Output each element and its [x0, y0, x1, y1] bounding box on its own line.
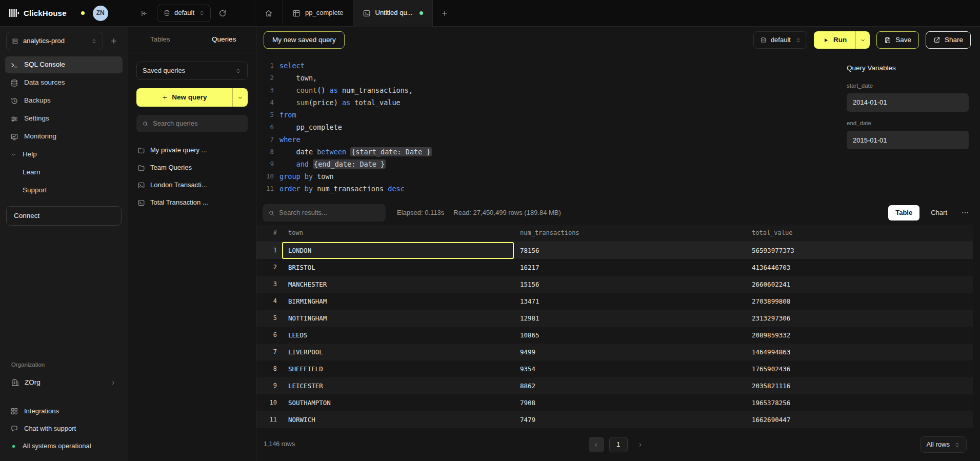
table-row[interactable]: 7LIVERPOOL94991464994863 [256, 344, 973, 360]
connect-button[interactable]: Connect [6, 206, 122, 226]
topbar-database-value: default [174, 8, 194, 17]
sidebar-item-help[interactable]: Help [5, 146, 123, 163]
new-query-button[interactable]: New query [136, 88, 232, 107]
sql-editor[interactable]: 1select2 town,3 count() as num_transacti… [256, 53, 843, 201]
cell-num-transactions[interactable]: 16217 [514, 259, 746, 276]
sidebar-item-support[interactable]: Support [5, 182, 123, 199]
tab-tables[interactable]: Tables [128, 27, 192, 53]
saved-query-item-total-transaction[interactable]: Total Transaction ... [128, 194, 256, 211]
cell-town[interactable]: BRISTOL [282, 259, 514, 276]
prev-page-button[interactable] [589, 437, 604, 452]
cell-num-transactions[interactable]: 8862 [514, 377, 746, 394]
next-page-button[interactable] [633, 437, 648, 452]
sidebar-item-zorg[interactable]: ZOrg [6, 374, 122, 391]
cell-town[interactable]: LEICESTER [282, 377, 514, 394]
sidebar-item-all-systems-operational[interactable]: All systems operational [5, 438, 123, 454]
share-button[interactable]: Share [926, 31, 971, 49]
sidebar-item-integrations[interactable]: Integrations [5, 404, 123, 419]
add-service-button[interactable] [106, 33, 122, 49]
run-button[interactable]: Run [814, 31, 855, 49]
cell-town[interactable]: BIRMINGHAM [282, 293, 514, 310]
search-queries-input[interactable] [153, 119, 242, 128]
cell-total-value[interactable]: 1765902436 [746, 360, 973, 377]
refresh-button[interactable] [215, 6, 230, 21]
table-row[interactable]: 3MANCHESTER151562660602241 [256, 276, 973, 293]
view-chart-button[interactable]: Chart [924, 205, 954, 221]
cell-total-value[interactable]: 2313297306 [746, 310, 973, 327]
editor-database-value: default [771, 35, 791, 45]
cell-town[interactable]: LEEDS [282, 327, 514, 344]
table-row[interactable]: 4BIRMINGHAM134712703899808 [256, 293, 973, 310]
cell-total-value[interactable]: 1464994863 [746, 344, 973, 360]
table-row[interactable]: 11NORWICH74791662690447 [256, 411, 973, 428]
end-date-input[interactable] [847, 131, 969, 149]
code-text: and {end_date: Date } [279, 158, 386, 170]
cell-town[interactable]: NOTTINGHAM [282, 310, 514, 327]
saved-query-item-my-private-query[interactable]: My private query ... [128, 142, 256, 159]
view-table-button[interactable]: Table [888, 205, 919, 221]
new-query-dropdown-button[interactable] [232, 88, 248, 107]
cell-total-value[interactable]: 56593977373 [746, 242, 973, 259]
cell-town[interactable]: SHEFFIELD [282, 360, 514, 377]
sidebar-item-learn[interactable]: Learn [5, 164, 123, 181]
page-size-select[interactable]: All rows [920, 436, 967, 453]
cell-town[interactable]: LONDON [282, 242, 514, 259]
home-tab[interactable] [254, 0, 283, 27]
save-button[interactable]: Save [876, 31, 919, 49]
start-date-input[interactable] [847, 93, 969, 112]
cell-town[interactable]: SOUTHAMPTON [282, 394, 514, 411]
cell-town[interactable]: NORWICH [282, 411, 514, 428]
column-header-num-transactions: num_transactions [514, 225, 746, 242]
cell-total-value[interactable]: 2089859332 [746, 327, 973, 344]
table-row[interactable]: 9LEICESTER88622035821116 [256, 377, 973, 394]
table-row[interactable]: 5NOTTINGHAM129812313297306 [256, 310, 973, 327]
cell-num-transactions[interactable]: 10865 [514, 327, 746, 344]
cell-total-value[interactable]: 4136446703 [746, 259, 973, 276]
more-options-button[interactable] [958, 206, 972, 219]
cell-num-transactions[interactable]: 12981 [514, 310, 746, 327]
search-results-input[interactable] [279, 208, 380, 217]
topbar-database-selector[interactable]: default [157, 5, 211, 22]
saved-queries-select[interactable]: Saved queries [136, 62, 248, 80]
run-dropdown-button[interactable] [855, 31, 870, 49]
cell-total-value[interactable]: 1965378256 [746, 394, 973, 411]
cell-num-transactions[interactable]: 7908 [514, 394, 746, 411]
sidebar-item-backups[interactable]: Backups [5, 92, 123, 109]
table-row[interactable]: 6LEEDS108652089859332 [256, 327, 973, 344]
saved-query-item-london-transacti[interactable]: London Transacti... [128, 176, 256, 194]
cell-num-transactions[interactable]: 15156 [514, 276, 746, 293]
new-tab-button[interactable] [437, 6, 452, 21]
cell-total-value[interactable]: 1662690447 [746, 411, 973, 428]
sidebar-item-settings[interactable]: Settings [5, 110, 123, 127]
cell-num-transactions[interactable]: 9499 [514, 344, 746, 360]
cell-num-transactions[interactable]: 13471 [514, 293, 746, 310]
cell-num-transactions[interactable]: 9354 [514, 360, 746, 377]
table-row[interactable]: 10SOUTHAMPTON79081965378256 [256, 394, 973, 411]
editor-line: 10group by town [256, 170, 843, 183]
tab-untitled-query[interactable]: Untitled qu... [353, 0, 433, 27]
table-row[interactable]: 8SHEFFIELD93541765902436 [256, 360, 973, 377]
cell-town[interactable]: MANCHESTER [282, 276, 514, 293]
tab-queries[interactable]: Queries [192, 27, 256, 53]
start-date-label: start_date [847, 82, 969, 90]
sidebar-item-data-sources[interactable]: Data sources [5, 74, 123, 91]
cell-total-value[interactable]: 2035821116 [746, 377, 973, 394]
sidebar-item-sql-console[interactable]: SQL Console [5, 56, 123, 73]
collapse-panel-button[interactable] [136, 6, 152, 21]
cell-num-transactions[interactable]: 7479 [514, 411, 746, 428]
cell-total-value[interactable]: 2660602241 [746, 276, 973, 293]
editor-database-selector[interactable]: default [753, 31, 807, 49]
active-query-tab[interactable]: My new saved query [264, 31, 345, 49]
tab-pp-complete[interactable]: pp_complete [283, 0, 353, 27]
saved-query-item-team-queries[interactable]: Team Queries [128, 159, 256, 176]
cell-num-transactions[interactable]: 78156 [514, 242, 746, 259]
current-page[interactable]: 1 [609, 437, 628, 452]
sidebar-item-monitoring[interactable]: Monitoring [5, 128, 123, 145]
cell-town[interactable]: LIVERPOOL [282, 344, 514, 360]
user-avatar[interactable]: ZN [93, 6, 108, 21]
table-row[interactable]: 1LONDON7815656593977373 [256, 242, 973, 259]
table-row[interactable]: 2BRISTOL162174136446703 [256, 259, 973, 276]
cell-total-value[interactable]: 2703899808 [746, 293, 973, 310]
service-selector[interactable]: analytics-prod [6, 32, 103, 50]
sidebar-item-chat-with-support[interactable]: Chat with support [5, 421, 123, 436]
